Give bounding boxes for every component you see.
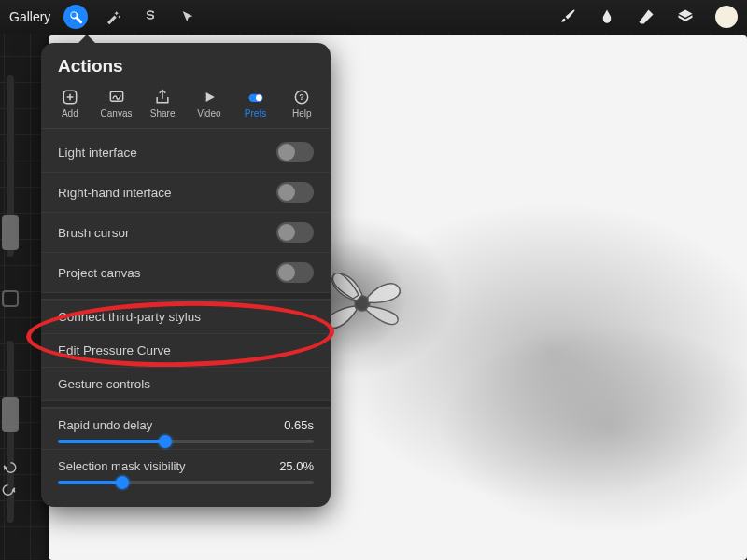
section-divider-2 <box>41 400 331 408</box>
section-divider <box>41 292 331 300</box>
tab-video[interactable]: Video <box>186 86 233 122</box>
row-rapid-undo[interactable]: Rapid undo delay 0.65s <box>41 408 331 449</box>
tab-video-label: Video <box>186 108 233 119</box>
tab-canvas[interactable]: Canvas <box>93 86 140 122</box>
svg-text:?: ? <box>299 92 304 102</box>
add-icon <box>60 88 80 106</box>
undo-redo-group <box>0 459 21 519</box>
rapid-undo-knob[interactable] <box>159 435 172 448</box>
tab-add[interactable]: Add <box>47 86 93 122</box>
brush-cursor-toggle[interactable] <box>276 222 314 243</box>
selection-mask-value: 25.0% <box>279 459 314 473</box>
tab-share[interactable]: Share <box>139 86 186 122</box>
tab-canvas-label: Canvas <box>93 108 140 119</box>
smudge-button[interactable] <box>598 7 616 26</box>
paintbrush-icon <box>558 7 577 26</box>
help-icon: ? <box>291 88 312 106</box>
row-selection-mask[interactable]: Selection mask visibility 25.0% <box>41 449 331 490</box>
project-canvas-toggle[interactable] <box>276 262 314 283</box>
brush-cursor-label: Brush cursor <box>58 226 276 240</box>
connect-stylus-label: Connect third-party stylus <box>58 310 314 324</box>
light-interface-toggle[interactable] <box>276 142 314 162</box>
gallery-button[interactable]: Gallery <box>9 9 50 24</box>
right-hand-toggle[interactable] <box>276 182 314 203</box>
gesture-controls-label: Gesture controls <box>58 377 314 391</box>
right-hand-label: Right-hand interface <box>58 186 276 200</box>
row-light-interface[interactable]: Light interface <box>41 133 331 172</box>
tab-add-label: Add <box>47 108 93 119</box>
brush-opacity-thumb[interactable] <box>2 397 19 432</box>
light-interface-label: Light interface <box>58 146 276 160</box>
prefs-toggle-icon <box>246 88 266 106</box>
undo-icon[interactable] <box>1 459 18 476</box>
eraser-button[interactable] <box>637 7 655 26</box>
tab-prefs-label: Prefs <box>233 108 279 119</box>
top-toolbar: Gallery <box>0 0 747 34</box>
actions-button[interactable] <box>63 5 88 29</box>
svg-point-4 <box>256 95 262 102</box>
layers-button[interactable] <box>676 7 695 26</box>
rapid-undo-slider[interactable] <box>58 440 314 443</box>
selection-s-icon <box>143 9 158 24</box>
tab-prefs[interactable]: Prefs <box>233 86 279 122</box>
magic-wand-icon <box>105 8 121 25</box>
share-icon <box>152 88 173 106</box>
project-canvas-label: Project canvas <box>58 266 276 280</box>
side-rail <box>0 75 21 523</box>
color-picker-button[interactable] <box>715 6 738 28</box>
row-edit-pressure[interactable]: Edit Pressure Curve <box>41 333 331 367</box>
selection-button[interactable] <box>138 5 162 29</box>
video-icon <box>199 88 219 106</box>
tab-share-label: Share <box>139 108 186 119</box>
selection-mask-knob[interactable] <box>116 476 129 489</box>
wrench-icon <box>68 9 83 24</box>
selection-mask-label: Selection mask visibility <box>58 459 186 473</box>
prefs-list: Light interface Right-hand interface Bru… <box>41 129 331 494</box>
row-gesture-controls[interactable]: Gesture controls <box>41 367 331 400</box>
tab-help-label: Help <box>278 108 325 119</box>
edit-pressure-label: Edit Pressure Curve <box>58 343 314 357</box>
eraser-icon <box>637 7 655 26</box>
layers-icon <box>676 7 695 26</box>
modifier-button[interactable] <box>2 290 19 307</box>
smudge-icon <box>598 7 616 26</box>
rapid-undo-value: 0.65s <box>284 418 314 432</box>
rapid-undo-label: Rapid undo delay <box>58 418 152 432</box>
arrow-cursor-icon <box>180 9 195 24</box>
brush-size-slider[interactable] <box>7 75 14 257</box>
transform-button[interactable] <box>176 5 200 29</box>
brush-size-thumb[interactable] <box>2 215 19 250</box>
tab-help[interactable]: ? Help <box>278 86 325 122</box>
brush-button[interactable] <box>558 7 577 26</box>
actions-popover: Actions Add Canvas Share Video Prefs ? H… <box>41 43 331 507</box>
row-brush-cursor[interactable]: Brush cursor <box>41 212 331 252</box>
selection-mask-slider[interactable] <box>58 481 314 484</box>
redo-icon[interactable] <box>1 482 18 498</box>
actions-tabs: Add Canvas Share Video Prefs ? Help <box>41 86 331 129</box>
row-right-hand[interactable]: Right-hand interface <box>41 172 331 212</box>
popover-title: Actions <box>41 43 331 86</box>
row-project-canvas[interactable]: Project canvas <box>41 252 331 292</box>
adjustments-button[interactable] <box>101 5 125 29</box>
canvas-icon <box>106 88 127 106</box>
row-connect-stylus[interactable]: Connect third-party stylus <box>41 300 331 333</box>
